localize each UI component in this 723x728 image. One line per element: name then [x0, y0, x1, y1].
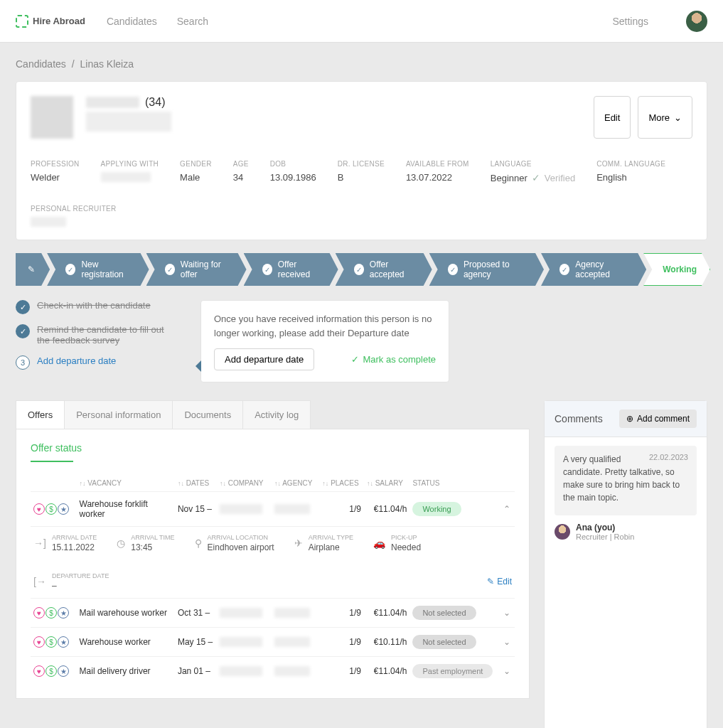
meta-label: AGE — [233, 160, 249, 168]
plane-icon: ✈ — [294, 537, 303, 549]
comment-date: 22.02.2023 — [649, 453, 688, 461]
sort-icon[interactable]: ↑↓ — [322, 480, 328, 487]
arrival-date-icon: →] — [33, 537, 46, 549]
dollar-icon: $ — [45, 636, 57, 648]
breadcrumb-current: Linas Kleiza — [80, 58, 134, 70]
meta-value: Beginner — [491, 173, 527, 183]
cell-dates: Nov 15 – — [175, 492, 217, 527]
user-avatar[interactable] — [686, 11, 707, 32]
sort-icon[interactable]: ↑↓ — [274, 480, 281, 487]
more-button[interactable]: More ⌄ — [638, 96, 692, 139]
meta-value: 13.09.1986 — [270, 172, 316, 183]
pipeline-step[interactable]: ✓Offer received — [244, 253, 338, 286]
verified-label: Verified — [545, 173, 575, 183]
task-item[interactable]: Check-in with the candidate — [16, 300, 179, 314]
tab-body: Offer status ↑↓ VACANCY ↑↓ DATES ↑↓ COMP… — [16, 429, 530, 699]
task-item-current[interactable]: 3Add departure date — [16, 355, 179, 370]
sort-icon[interactable]: ↑↓ — [178, 480, 184, 487]
meta-label: APPLYING WITH — [101, 160, 159, 168]
tab-personal[interactable]: Personal information — [64, 400, 173, 429]
pipeline-edit[interactable]: ✎ — [16, 253, 50, 286]
pencil-icon: ✎ — [487, 577, 494, 587]
edit-button[interactable]: Edit — [594, 96, 631, 139]
star-icon: ★ — [58, 607, 69, 619]
sort-icon[interactable]: ↑↓ — [367, 480, 373, 487]
author-avatar — [555, 524, 570, 540]
tab-documents[interactable]: Documents — [172, 400, 243, 429]
profile-age: (34) — [145, 96, 165, 109]
nav-search[interactable]: Search — [177, 16, 208, 27]
departure-icon: [→ — [33, 576, 46, 587]
meta-label: LANGUAGE — [491, 160, 575, 168]
btn-label: Add comment — [637, 414, 690, 424]
row-icons: ♥$★ — [33, 665, 69, 677]
table-row[interactable]: ♥$★ Warehouse forklift worker Nov 15 – 1… — [31, 492, 515, 527]
nav-settings[interactable]: Settings — [612, 16, 648, 27]
chevron-up-icon[interactable]: ⌃ — [503, 504, 510, 514]
logo[interactable]: Hire Abroad — [16, 15, 85, 28]
cell-places: 1/9 — [319, 628, 364, 657]
detail-row: →]ARRIVAL DATE15.11.2022 ◷ARRIVAL TIME13… — [31, 527, 515, 599]
table-row[interactable]: ♥$★ Mail delivery driver Jan 01 – 1/9 €1… — [31, 657, 515, 686]
task-check-icon — [16, 324, 30, 338]
task-check-icon — [16, 300, 30, 314]
meta-value: 13.07.2022 — [406, 172, 469, 183]
check-icon: ✓ — [559, 264, 569, 275]
sort-icon[interactable]: ↑↓ — [80, 480, 86, 487]
redacted — [274, 666, 310, 676]
pipeline-step[interactable]: ✓New registration — [47, 253, 149, 286]
nav-candidates[interactable]: Candidates — [107, 16, 157, 27]
edit-detail-link[interactable]: ✎Edit — [487, 577, 512, 587]
heart-icon: ♥ — [33, 665, 45, 677]
comments-panel: Comments ⊕Add comment 22.02.2023 A very … — [544, 400, 707, 728]
cell-vacancy: Mail warehouse worker — [77, 599, 175, 628]
breadcrumb-root[interactable]: Candidates — [16, 58, 66, 70]
meta-value: 34 — [233, 172, 249, 183]
comments-title: Comments — [555, 413, 603, 424]
chevron-down-icon[interactable]: ⌄ — [503, 666, 510, 676]
chevron-down-icon[interactable]: ⌄ — [503, 637, 510, 647]
clock-icon: ◷ — [117, 537, 125, 549]
cell-dates: Jan 01 – — [175, 657, 217, 686]
th: COMPANY — [228, 479, 264, 487]
th: SALARY — [375, 479, 403, 487]
cell-places: 1/9 — [319, 492, 364, 527]
mark-complete-link[interactable]: ✓Mark as complete — [351, 354, 436, 365]
add-comment-button[interactable]: ⊕Add comment — [619, 410, 697, 428]
breadcrumb: Candidates / Linas Kleiza — [16, 58, 707, 70]
cell-vacancy: Mail delivery driver — [77, 657, 175, 686]
chevron-down-icon: ⌄ — [674, 112, 682, 123]
table-row[interactable]: ♥$★ Warehouse worker May 15 – 1/9 €10.11… — [31, 628, 515, 657]
brand-text: Hire Abroad — [33, 16, 85, 26]
cell-salary: €11.04/h — [364, 492, 410, 527]
step-label: Agency accepted — [575, 259, 633, 279]
add-departure-button[interactable]: Add departure date — [214, 348, 314, 370]
meta-label: DOB — [270, 160, 316, 168]
star-icon: ★ — [58, 665, 69, 677]
task-label: Remind the candidate to fill out the fee… — [37, 324, 179, 346]
status-badge: Working — [412, 502, 461, 516]
meta-value: English — [596, 172, 665, 183]
check-icon: ✓ — [165, 264, 175, 275]
pipeline-step[interactable]: ✓Proposed to agency — [429, 253, 544, 286]
chevron-down-icon[interactable]: ⌄ — [503, 608, 510, 618]
callout: Once you have received information this … — [200, 300, 449, 382]
tab-activity[interactable]: Activity log — [242, 400, 311, 429]
step-label: Waiting for offer — [181, 259, 234, 279]
pipeline-step[interactable]: ✓Waiting for offer — [146, 253, 247, 286]
pipeline-step-active[interactable]: Working — [643, 253, 710, 286]
step-label: Offer accepted — [370, 259, 419, 279]
pipeline-step[interactable]: ✓Agency accepted — [541, 253, 646, 286]
table-row[interactable]: ♥$★ Mail warehouse worker Oct 31 – 1/9 €… — [31, 599, 515, 628]
task-item[interactable]: Remind the candidate to fill out the fee… — [16, 324, 179, 346]
pipeline-step[interactable]: ✓Offer accepted — [336, 253, 432, 286]
dollar-icon: $ — [45, 665, 57, 677]
sort-icon[interactable]: ↑↓ — [220, 480, 226, 487]
meta-label: PERSONAL RECRUITER — [31, 205, 117, 213]
tab-offers[interactable]: Offers — [16, 400, 65, 429]
row-icons: ♥$★ — [33, 607, 69, 619]
meta-label: COMM. LANGUAGE — [596, 160, 665, 168]
meta-value: Male — [180, 172, 212, 183]
star-icon: ★ — [58, 636, 69, 648]
step-label: Working — [663, 264, 697, 274]
